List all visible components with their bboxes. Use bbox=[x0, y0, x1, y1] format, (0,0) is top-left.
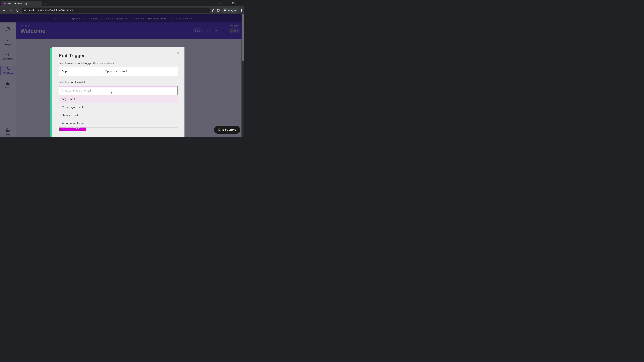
tab-bar: ◐ Welcome Series · Drip × + bbox=[0, 0, 244, 6]
drip-favicon-icon: ◐ bbox=[3, 2, 6, 5]
source-select[interactable]: Drip ⌄ bbox=[59, 67, 102, 76]
incognito-badge[interactable]: Incognito bbox=[222, 8, 238, 12]
chevron-down-icon[interactable]: ⌄ bbox=[217, 1, 222, 5]
event-select-row: Drip ⌄ Opened an email ⌄ bbox=[59, 67, 178, 76]
chevron-up-icon: ⌃ bbox=[172, 89, 175, 92]
maximize-icon[interactable]: ▢ bbox=[231, 1, 236, 5]
modal-title: Edit Trigger bbox=[59, 53, 178, 58]
modal-body: Edit Trigger ✕ Which event should trigge… bbox=[52, 47, 184, 137]
back-button[interactable] bbox=[1, 8, 7, 13]
minimize-icon[interactable]: — bbox=[224, 1, 229, 5]
scrollbar-thumb[interactable] bbox=[242, 14, 244, 61]
tab-title: Welcome Series · Drip bbox=[8, 2, 27, 5]
source-value: Drip bbox=[62, 70, 67, 73]
app-area: Your trial has 14 days left to go. All t… bbox=[0, 14, 244, 137]
incognito-label: Incognito bbox=[228, 9, 236, 12]
scrollbar[interactable] bbox=[242, 14, 244, 137]
url-text: getdrip.com/7641396/workflows/516121561 bbox=[28, 9, 73, 12]
close-window-icon[interactable]: ✕ bbox=[238, 1, 243, 5]
email-type-question-label: Which type of email? bbox=[59, 81, 178, 84]
kebab-menu-icon[interactable]: ⋮ bbox=[240, 9, 243, 12]
email-type-select[interactable]: Choose a type of email... ⌃ bbox=[59, 86, 178, 95]
address-bar-row: getdrip.com/7641396/workflows/516121561 … bbox=[0, 6, 244, 14]
dropdown-option-any-email[interactable]: Any Email bbox=[59, 95, 178, 103]
event-value: Opened an email bbox=[105, 70, 126, 73]
reload-button[interactable] bbox=[15, 8, 20, 13]
toolbar-right: Incognito ⋮ bbox=[212, 8, 243, 12]
svg-rect-1 bbox=[217, 9, 219, 11]
window-controls: ⌄ — ▢ ✕ bbox=[217, 1, 243, 5]
dropdown-option-campaign-email[interactable]: Campaign Email bbox=[59, 103, 178, 111]
browser-chrome: ◐ Welcome Series · Drip × + ⌄ — ▢ ✕ getd… bbox=[0, 0, 244, 14]
edit-trigger-modal: Edit Trigger ✕ Which event should trigge… bbox=[52, 47, 187, 137]
forward-button[interactable] bbox=[8, 8, 14, 13]
extensions-icon[interactable] bbox=[217, 9, 220, 12]
email-type-placeholder: Choose a type of email... bbox=[62, 89, 93, 92]
browser-tab[interactable]: ◐ Welcome Series · Drip × bbox=[1, 1, 42, 6]
svg-point-3 bbox=[225, 10, 226, 11]
address-bar[interactable]: getdrip.com/7641396/workflows/516121561 bbox=[22, 7, 210, 13]
close-tab-icon[interactable]: × bbox=[38, 2, 40, 5]
chevron-down-icon: ⌄ bbox=[97, 70, 100, 73]
close-modal-button[interactable]: ✕ bbox=[177, 52, 180, 55]
email-type-select-wrap: Choose a type of email... ⌃ Any Email Ca… bbox=[59, 86, 178, 95]
new-tab-button[interactable]: + bbox=[43, 2, 48, 6]
email-type-dropdown: Any Email Campaign Email Series Email Au… bbox=[59, 95, 178, 128]
svg-point-2 bbox=[224, 10, 225, 11]
chevron-down-icon: ⌄ bbox=[172, 70, 175, 73]
dropdown-option-series-email[interactable]: Series Email bbox=[59, 111, 178, 119]
event-question-label: Which event should trigger this automati… bbox=[59, 62, 178, 65]
lock-icon bbox=[24, 9, 26, 11]
star-icon[interactable] bbox=[212, 9, 215, 12]
svg-marker-0 bbox=[212, 9, 215, 11]
drip-support-button[interactable]: Drip Support bbox=[214, 126, 240, 134]
event-select[interactable]: Opened an email ⌄ bbox=[102, 67, 178, 76]
dropdown-option-automation-email[interactable]: Automation Email bbox=[59, 119, 178, 127]
